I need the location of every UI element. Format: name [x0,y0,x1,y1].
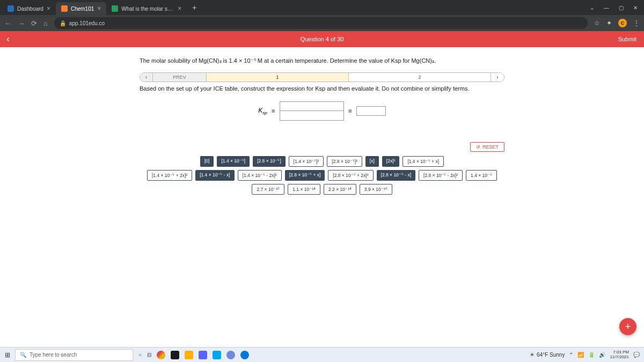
answer-chip[interactable]: [2.8 × 10⁻⁵ + x] [285,170,325,181]
date-text: 11/7/2021 [610,355,629,360]
undo-icon: ↺ [476,144,480,150]
answer-chip[interactable]: 3.9 × 10⁻¹⁰ [360,184,392,195]
cortana-icon[interactable]: ○ [138,352,142,358]
equals-sign: = [348,107,352,115]
answer-chip[interactable]: [1.4 × 10⁻⁵] [217,156,250,167]
favicon [8,5,14,12]
menu-icon[interactable]: ⋮ [633,19,640,27]
close-icon[interactable]: × [47,5,50,12]
search-placeholder: Type here to search [30,352,77,358]
favicon [61,5,68,12]
answer-chip[interactable]: [2.8 × 10⁻⁵ - 2x]² [419,170,463,181]
url-bar: ← → ⟳ ⌂ 🔒 app.101edu.co ☆ ✦ C ⋮ [0,15,644,31]
back-chevron-icon[interactable]: ‹ [0,34,16,44]
taskbar-search[interactable]: 🔍 Type here to search [15,349,133,361]
window-controls: ⌄ — ▢ ✕ [590,5,642,11]
fraction-slots [280,101,344,121]
chrome-icon[interactable] [157,351,165,359]
weather-text: 64°F Sunny [537,352,565,358]
maximize-button[interactable]: ▢ [619,5,624,11]
minimize-button[interactable]: — [604,5,609,11]
edge-icon[interactable] [240,351,249,359]
reset-button[interactable]: ↺ RESET [470,142,504,152]
result-slot[interactable] [356,106,386,116]
forward-icon[interactable]: → [18,19,25,27]
new-tab-button[interactable]: + [189,2,200,13]
answer-chip[interactable]: [2.8 × 10⁻⁵]² [327,156,362,167]
star-icon[interactable]: ☆ [594,19,600,27]
answer-chip[interactable]: [2x]² [382,156,400,167]
address-bar[interactable]: 🔒 app.101edu.co [54,17,588,29]
extension-badge[interactable]: C [618,19,627,27]
network-icon[interactable]: 📶 [577,352,584,358]
answer-chip[interactable]: [1.4 × 10⁻⁵ + x] [402,156,444,167]
battery-icon[interactable]: 🔋 [588,352,595,358]
step-instruction: Based on the set up of your ICE table, c… [140,85,504,92]
browser-tab-bar: Dashboard × Chem101 × What is the molar … [0,0,644,15]
ksp-label: Ksp [258,107,267,115]
question-number: Question 4 of 30 [301,36,344,42]
help-fab[interactable]: + [619,318,636,335]
tab-question[interactable]: What is the molar solubility of M × [106,2,187,15]
step-chevron-right[interactable]: › [491,73,504,82]
numerator-slot[interactable] [280,101,344,111]
answer-chip[interactable]: [0] [200,156,214,167]
reload-icon[interactable]: ⟳ [31,19,37,27]
question-header: ‹ Question 4 of 30 Submit [0,31,644,47]
volume-icon[interactable]: 🔊 [599,352,605,358]
answer-chip[interactable]: [1.4 × 10⁻⁵ - 2x]² [238,170,282,181]
taskbar-apps: ○ ⊟ [133,351,254,359]
answer-chips: [0][1.4 × 10⁻⁵][2.8 × 10⁻⁵][1.4 × 10⁻⁵]²… [140,156,504,195]
reset-label: RESET [482,144,499,150]
answer-chip[interactable]: [2.8 × 10⁻⁵ + 2x]² [328,170,373,181]
step-navigation: ‹ PREV 1 2 › [140,72,504,82]
answer-chip[interactable]: [2.8 × 10⁻⁵ - x] [377,170,416,181]
step-chevron-left[interactable]: ‹ [140,73,153,82]
answer-chip[interactable]: [1.4 × 10⁻⁵]² [289,156,324,167]
answer-chip[interactable]: [x] [365,156,379,167]
step-1[interactable]: 1 [207,73,349,82]
chevron-down-icon[interactable]: ⌄ [590,5,594,11]
search-icon: 🔍 [20,352,26,358]
start-button[interactable]: ⊞ [0,351,15,359]
denominator-slot[interactable] [280,111,344,121]
answer-chip[interactable]: 2.7 × 10⁻¹⁰ [252,184,284,195]
home-icon[interactable]: ⌂ [43,19,48,27]
back-icon[interactable]: ← [4,19,11,27]
notifications-icon[interactable]: 💬 [633,352,640,358]
submit-button[interactable]: Submit [611,36,644,42]
answer-chip[interactable]: 2.2 × 10⁻¹⁴ [324,184,356,195]
close-icon[interactable]: × [178,5,181,12]
weather-widget[interactable]: ☀ 64°F Sunny [530,352,565,358]
clock[interactable]: 7:03 PM 11/7/2021 [610,350,629,360]
step-2[interactable]: 2 [349,73,491,82]
system-tray: ☀ 64°F Sunny ⌃ 📶 🔋 🔊 7:03 PM 11/7/2021 💬 [530,350,644,360]
equals-sign: = [272,107,275,115]
answer-chip[interactable]: 1.1 × 10⁻¹⁴ [288,184,320,195]
question-prompt: The molar solubility of Mg(CN)₂ is 1.4 ×… [140,57,504,65]
folder-icon[interactable] [185,351,193,359]
app-icon[interactable] [213,351,221,359]
answer-chip[interactable]: 1.4 × 10⁻⁵ [466,170,497,181]
tab-chem101[interactable]: Chem101 × [56,2,106,15]
answer-chip[interactable]: [2.8 × 10⁻⁵] [253,156,286,167]
extensions-icon[interactable]: ✦ [606,19,612,27]
content-area: The molar solubility of Mg(CN)₂ is 1.4 ×… [0,47,644,195]
tab-title: Dashboard [17,6,43,12]
windows-taskbar: ⊞ 🔍 Type here to search ○ ⊟ ☀ 64°F Sunny… [0,347,644,362]
answer-chip[interactable]: [1.4 × 10⁻⁵ - x] [195,170,235,181]
close-window-button[interactable]: ✕ [633,5,638,11]
app-icon[interactable] [171,351,179,359]
lock-icon: 🔒 [60,20,66,26]
close-icon[interactable]: × [97,5,101,12]
task-view-icon[interactable]: ⊟ [147,352,151,358]
discord-icon[interactable] [199,351,207,359]
answer-chip[interactable]: [1.4 × 10⁻⁵ + 2x]² [147,170,192,181]
tab-dashboard[interactable]: Dashboard × [2,2,56,15]
chevron-up-icon[interactable]: ⌃ [569,352,573,358]
sun-icon: ☀ [530,352,535,358]
app-icon[interactable] [226,351,235,359]
equation-row: Ksp = = [258,101,386,121]
step-prev[interactable]: PREV [153,73,207,82]
url-text: app.101edu.co [69,20,105,26]
